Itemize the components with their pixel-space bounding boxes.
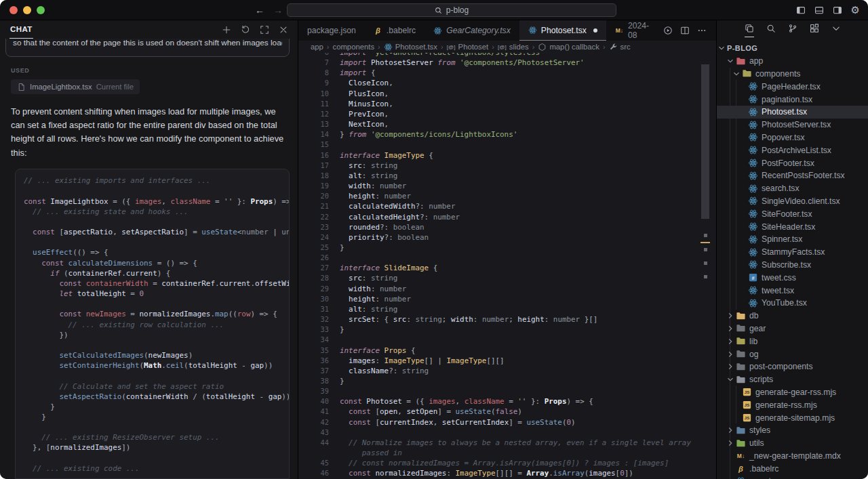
breadcrumb-item[interactable]: components [333, 43, 375, 51]
code-line: 13 NextIcon, [298, 119, 716, 129]
tree-item-error.tsx[interactable]: error.tsx [717, 475, 868, 479]
tree-root[interactable]: P-BLOG [717, 42, 868, 55]
code-line: 19 width: number [298, 181, 716, 191]
split-icon[interactable] [680, 26, 690, 35]
layout-right-icon[interactable] [833, 5, 842, 15]
tree-item-scripts[interactable]: scripts [717, 373, 868, 386]
code-line: 11 MinusIcon, [298, 99, 716, 109]
breadcrumb-item[interactable]: Photoset.tsx [384, 43, 437, 51]
breadcrumb-item[interactable]: [@]slides [498, 43, 529, 51]
breadcrumb-item[interactable]: app [311, 43, 323, 51]
tree-item-Popover.tsx[interactable]: Popover.tsx [717, 131, 868, 144]
chevron-down-icon[interactable] [831, 24, 841, 37]
tree-item-Photoset.tsx[interactable]: Photoset.tsx [717, 106, 868, 119]
tree-item-.babelrc[interactable]: β.babelrc [717, 462, 868, 475]
breadcrumb[interactable]: app›components›Photoset.tsx›[@]Photoset›… [298, 41, 716, 53]
tree-item-SiteHeader.tsx[interactable]: SiteHeader.tsx [717, 220, 868, 233]
code-line: 29 width: number [298, 284, 716, 294]
editor-actions [663, 20, 716, 41]
tab-Photoset.tsx[interactable]: Photoset.tsx [519, 20, 606, 41]
tree-item-_new-gear-template.mdx[interactable]: M↓_new-gear-template.mdx [717, 450, 868, 463]
close-icon[interactable] [279, 25, 288, 35]
tree-item-utils[interactable]: utils [717, 437, 868, 450]
tree-item-pagination.tsx[interactable]: pagination.tsx [717, 93, 868, 106]
tree-item-post-components[interactable]: post-components [717, 360, 868, 373]
tree-item-SingleVideo.client.tsx[interactable]: SingleVideo.client.tsx [717, 195, 868, 208]
tree-item-components[interactable]: components [717, 68, 868, 81]
tab-package.json[interactable]: package.json [298, 20, 365, 41]
tree-item-PageHeader.tsx[interactable]: PageHeader.tsx [717, 80, 868, 93]
more-icon[interactable] [697, 26, 707, 35]
back-icon[interactable]: ← [255, 5, 264, 16]
tree-item-generate-gear-rss.mjs[interactable]: JSgenerate-gear-rss.mjs [717, 386, 868, 399]
tree-item-db[interactable]: db [717, 310, 868, 322]
code-line: // ... existing row calculation ... [24, 320, 281, 330]
forward-icon[interactable]: → [273, 5, 283, 16]
tree-item-generate-sitemap.mjs[interactable]: JSgenerate-sitemap.mjs [717, 411, 868, 424]
code-line: 23 rounded?: boolean [298, 222, 716, 232]
chat-code-block[interactable]: // ... existing imports and interfaces .… [15, 169, 290, 479]
history-icon[interactable] [241, 25, 250, 35]
tab-chat[interactable]: CHAT [9, 21, 33, 39]
code-line: // ... existing code ... [24, 463, 281, 474]
titlebar-actions: ⚙ [796, 5, 860, 15]
run-icon[interactable] [663, 26, 673, 35]
files-icon[interactable] [745, 24, 754, 37]
code-line: 8import { [298, 68, 716, 78]
tree-item-generate-rss.mjs[interactable]: JSgenerate-rss.mjs [717, 398, 868, 411]
overview-ruler-mark [704, 275, 707, 278]
tree-item-og[interactable]: og [717, 348, 868, 360]
tree-item-YouTube.tsx[interactable]: YouTube.tsx [717, 297, 868, 310]
tree-item-tweet.tsx[interactable]: tweet.tsx [717, 284, 868, 297]
tree-item-styles[interactable]: styles [717, 424, 868, 437]
extensions-icon[interactable] [810, 24, 819, 37]
git-icon[interactable] [788, 24, 797, 37]
used-file-chip[interactable]: ImageLightbox.tsx Current file [11, 79, 140, 94]
layout-left-icon[interactable] [796, 5, 806, 15]
code-line: // Calculate and set the aspect ratio [24, 381, 281, 392]
plus-icon[interactable] [222, 25, 231, 35]
tab-GearCategory.tsx[interactable]: GearCategory.tsx [425, 20, 519, 41]
tree-item-search.tsx[interactable]: search.tsx [717, 182, 868, 195]
overview-ruler-fold-mark [701, 242, 710, 243]
settings-icon[interactable]: ⚙ [851, 5, 860, 15]
tree-item-PostArchiveList.tsx[interactable]: PostArchiveList.tsx [717, 144, 868, 157]
search-value: p-blog [446, 5, 469, 15]
tree-item-RecentPostsFooter.tsx[interactable]: RecentPostsFooter.tsx [717, 169, 868, 182]
command-search-input[interactable]: p-blog [287, 3, 616, 17]
tree-item-SiteFooter.tsx[interactable]: SiteFooter.tsx [717, 207, 868, 220]
tree-item-Subscribe.tsx[interactable]: Subscribe.tsx [717, 259, 868, 272]
code-line: 28 src: string [298, 273, 716, 283]
tree-item-Spinner.tsx[interactable]: Spinner.tsx [717, 233, 868, 246]
layout-panel-icon[interactable] [814, 5, 824, 15]
tree-item-lib[interactable]: lib [717, 335, 868, 348]
tab-.babelrc[interactable]: β.babelrc [365, 20, 425, 41]
breadcrumb-item[interactable]: [@]Photoset [447, 43, 489, 51]
frame-icon[interactable] [260, 25, 269, 35]
window-zoom-button[interactable] [37, 6, 45, 14]
code-line [24, 453, 281, 463]
code-line: } [24, 402, 281, 412]
chat-conversation[interactable]: so that the content of the page this is … [0, 39, 298, 479]
tree-item-app[interactable]: app [717, 55, 868, 68]
window-close-button[interactable] [9, 6, 18, 14]
tree-item-gear[interactable]: gear [717, 322, 868, 335]
tree-item-PostFooter.tsx[interactable]: PostFooter.tsx [717, 157, 868, 169]
tab-2024-08[interactable]: M↓2024-08 [606, 20, 663, 41]
breadcrumb-item[interactable]: src [609, 43, 631, 51]
tree-item-tweet.css[interactable]: #tweet.css [717, 271, 868, 284]
code-line: 25} [298, 243, 716, 253]
code-editor[interactable]: 6import 'yet-another-react-lightbox/styl… [298, 53, 716, 479]
breadcrumb-item[interactable]: map() callback [538, 43, 599, 51]
code-line: 36 images: ImageType[] | ImageType[][] [298, 356, 716, 366]
window-minimize-button[interactable] [23, 6, 31, 14]
code-line: 45 // const normalizedImages = Array.isA… [298, 458, 716, 468]
code-line: 22 calculatedHeight?: number [298, 212, 716, 222]
search-icon[interactable] [766, 24, 776, 37]
editor-scrollbar[interactable] [701, 64, 709, 219]
svg-text:JS: JS [745, 390, 749, 395]
user-message: so that the content of the page this is … [5, 39, 290, 57]
tree-item-PhotosetServer.tsx[interactable]: PhotosetServer.tsx [717, 119, 868, 131]
tree-item-StammyFacts.tsx[interactable]: StammyFacts.tsx [717, 246, 868, 259]
code-line: // ... existing imports and interfaces .… [24, 175, 281, 186]
